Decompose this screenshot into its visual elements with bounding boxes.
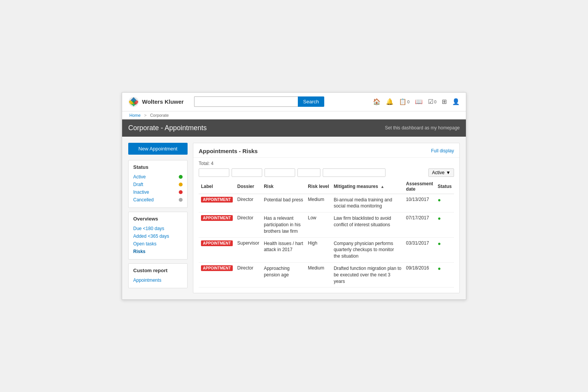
document-icon[interactable]: 📋 0 (399, 98, 410, 105)
draft-dot (179, 183, 183, 186)
cell-risk-level: Medium (305, 262, 331, 287)
due-link[interactable]: Due <180 days (133, 226, 164, 231)
book-icon[interactable]: 📖 (415, 98, 423, 105)
filter-risk-level-input[interactable] (297, 168, 320, 177)
inactive-link[interactable]: Inactive (133, 189, 149, 195)
status-indicator: ● (438, 240, 441, 247)
notification-icon[interactable]: 🔔 (386, 98, 394, 105)
col-mitigating: Mitigating measures ▲ (332, 179, 404, 194)
filter-row: Active ▼ (199, 168, 454, 177)
cell-assessment-date: 09/18/2016 (404, 262, 436, 287)
check-icon[interactable]: ☑ 0 (428, 98, 436, 105)
status-indicator: ● (438, 215, 441, 221)
appointment-badge[interactable]: APPOINTMENT (201, 215, 233, 221)
cell-risk-level: Low (305, 212, 331, 237)
cell-risk: Approaching pension age (261, 262, 305, 287)
inactive-dot (179, 190, 183, 194)
filter-risk-input[interactable] (265, 168, 295, 177)
panel-header: Appointments - Risks Full display (193, 143, 459, 158)
appointment-badge[interactable]: APPOINTMENT (201, 240, 233, 246)
sidebar-item-inactive[interactable]: Inactive (133, 188, 183, 196)
panel-body: Total: 4 Active ▼ (193, 158, 459, 293)
header-icons: 🏠 🔔 📋 0 📖 ☑ 0 ⊞ 👤 (373, 98, 460, 105)
table-header-row: Label Dossier Risk Risk level Mitigating… (199, 179, 454, 194)
cell-status: ● (435, 237, 454, 262)
active-dot (179, 175, 183, 179)
cancelled-dot (179, 198, 183, 202)
custom-report-section-title: Custom report (133, 268, 183, 273)
col-label: Label (199, 179, 235, 194)
cell-dossier: Supervisor (235, 237, 261, 262)
grid-icon[interactable]: ⊞ (442, 98, 447, 105)
appointment-badge[interactable]: APPOINTMENT (201, 197, 233, 203)
cell-label: APPOINTMENT (199, 212, 235, 237)
cell-status: ● (435, 262, 454, 287)
col-dossier: Dossier (235, 179, 261, 194)
set-homepage-link[interactable]: Set this dashboard as my homepage (385, 125, 460, 131)
filter-label-input[interactable] (199, 168, 229, 177)
search-button[interactable]: Search (298, 96, 324, 107)
open-tasks-link[interactable]: Open tasks (133, 241, 157, 247)
logo-text: Wolters Kluwer (142, 98, 184, 105)
app-window: Wolters Kluwer Search 🏠 🔔 📋 0 📖 ☑ 0 ⊞ 👤 … (122, 92, 466, 300)
cell-status: ● (435, 194, 454, 212)
sidebar-item-added[interactable]: Added <365 days (133, 232, 183, 240)
active-link[interactable]: Active (133, 174, 146, 180)
sidebar-item-cancelled[interactable]: Cancelled (133, 196, 183, 204)
cell-dossier: Director (235, 212, 261, 237)
col-risk: Risk (261, 179, 305, 194)
added-link[interactable]: Added <365 days (133, 234, 169, 239)
col-risk-level: Risk level (305, 179, 331, 194)
appointment-badge[interactable]: APPOINTMENT (201, 265, 233, 271)
cell-label: APPOINTMENT (199, 237, 235, 262)
sidebar-item-open-tasks[interactable]: Open tasks (133, 240, 183, 248)
active-filter-label: Active (432, 170, 444, 175)
search-input[interactable] (194, 96, 298, 107)
cell-mitigating: Drafted function migration plan to be ex… (332, 262, 404, 287)
col-status: Status (435, 179, 454, 194)
draft-link[interactable]: Draft (133, 182, 143, 187)
logo-area: Wolters Kluwer (128, 96, 189, 107)
sidebar-item-draft[interactable]: Draft (133, 181, 183, 188)
breadcrumb-current: Corporate (150, 113, 169, 118)
page-title: Corporate - Appointments (128, 124, 207, 132)
overviews-section-title: Overviews (133, 216, 183, 222)
col-assessment-date: Assessmentdate (404, 179, 436, 194)
sidebar-item-risks[interactable]: Risks (133, 248, 183, 255)
table-row: APPOINTMENT Director Has a relevant part… (199, 212, 454, 237)
cell-status: ● (435, 212, 454, 237)
home-icon[interactable]: 🏠 (373, 98, 381, 105)
document-badge: 0 (407, 100, 410, 104)
filter-mitigating-input[interactable] (323, 168, 385, 177)
active-filter-arrow: ▼ (446, 170, 451, 175)
sidebar-item-due[interactable]: Due <180 days (133, 225, 183, 232)
cell-risk-level: High (305, 237, 331, 262)
risks-link[interactable]: Risks (133, 249, 145, 254)
active-filter-button[interactable]: Active ▼ (428, 168, 454, 177)
table-row: APPOINTMENT Director Approaching pension… (199, 262, 454, 287)
new-appointment-button[interactable]: New Appointment (128, 143, 188, 155)
filter-dossier-input[interactable] (232, 168, 262, 177)
sidebar-item-appointments-report[interactable]: Appointments (133, 276, 183, 284)
cell-assessment-date: 07/17/2017 (404, 212, 436, 237)
cancelled-link[interactable]: Cancelled (133, 197, 154, 203)
full-display-link[interactable]: Full display (431, 148, 454, 154)
cell-risk: Potential bad press (261, 194, 305, 212)
appointments-report-link[interactable]: Appointments (133, 278, 161, 283)
cell-risk-level: Medium (305, 194, 331, 212)
overviews-section: Overviews Due <180 days Added <365 days … (128, 212, 188, 260)
table-row: APPOINTMENT Director Potential bad press… (199, 194, 454, 212)
sidebar-item-active[interactable]: Active (133, 173, 183, 181)
header: Wolters Kluwer Search 🏠 🔔 📋 0 📖 ☑ 0 ⊞ 👤 (122, 93, 466, 111)
panel-title: Appointments - Risks (199, 148, 258, 154)
cell-dossier: Director (235, 194, 261, 212)
user-icon[interactable]: 👤 (452, 98, 460, 105)
breadcrumb-home[interactable]: Home (129, 113, 140, 118)
check-badge: 0 (434, 100, 436, 104)
cell-risk: Has a relevant participation in his brot… (261, 212, 305, 237)
cell-mitigating: Company physician performs quarterly che… (332, 237, 404, 262)
page-title-bar: Corporate - Appointments Set this dashbo… (122, 119, 466, 137)
table-row: APPOINTMENT Supervisor Health issues / h… (199, 237, 454, 262)
cell-assessment-date: 03/31/2017 (404, 237, 436, 262)
total-row: Total: 4 (199, 158, 454, 168)
